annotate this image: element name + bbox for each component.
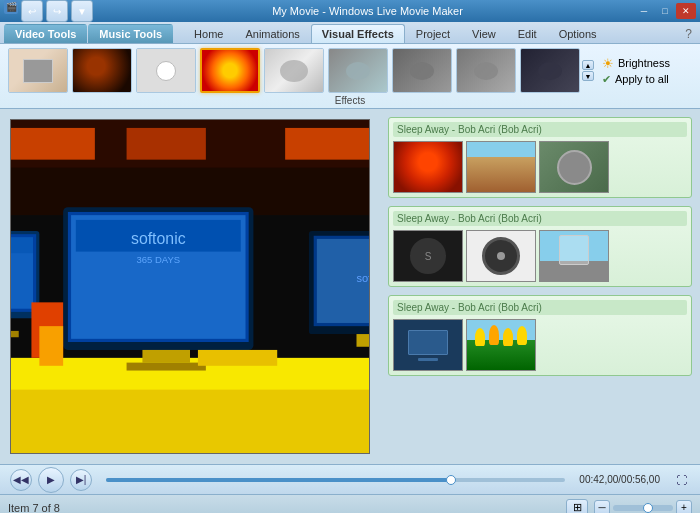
svg-rect-35 (39, 326, 63, 366)
effect-flower-selected[interactable] (200, 48, 260, 93)
seek-bar[interactable] (106, 478, 565, 482)
clip-thumbs-2: S (393, 230, 687, 282)
rewind-button[interactable]: ◀◀ (10, 469, 32, 491)
svg-rect-4 (127, 128, 206, 160)
maximize-button[interactable]: □ (655, 3, 675, 19)
status-bar: Item 7 of 8 ⊞ ─ + (0, 494, 700, 513)
clip-group-3: Sleep Away - Bob Acri (Bob Acri) (388, 295, 692, 376)
svg-rect-3 (11, 128, 95, 160)
effect-threshold[interactable] (136, 48, 196, 93)
clip-group-1-label: Sleep Away - Bob Acri (Bob Acri) (393, 122, 687, 137)
effect-warm[interactable] (72, 48, 132, 93)
tab-home[interactable]: Home (183, 24, 234, 43)
quick-access-icons: 🎬 ↩ ↪ ▼ (4, 0, 93, 22)
svg-text:365 DAYS: 365 DAYS (136, 254, 180, 265)
tab-video-tools[interactable]: Video Tools (4, 24, 87, 43)
timeline-view-button[interactable]: ⊞ (566, 499, 588, 514)
fullscreen-button[interactable]: ⛶ (672, 471, 690, 489)
status-right: ⊞ ─ + (566, 499, 692, 514)
apply-to-all-control[interactable]: ✔ Apply to all (602, 73, 670, 86)
effects-scroll-up[interactable]: ▲ (582, 60, 594, 70)
seek-progress (106, 478, 451, 482)
brightness-label: Brightness (618, 57, 670, 69)
help-button[interactable]: ? (681, 25, 696, 43)
next-frame-button[interactable]: ▶| (70, 469, 92, 491)
effects-section-label: Effects (8, 95, 692, 106)
zoom-slider[interactable] (613, 505, 673, 511)
zoom-slider-thumb[interactable] (643, 503, 653, 513)
clip-thumb-tulips[interactable] (466, 319, 536, 371)
zoom-in-button[interactable]: + (676, 500, 692, 514)
window-title: My Movie - Windows Live Movie Maker (101, 5, 634, 17)
brightness-icon: ☀ (602, 56, 614, 71)
clip-thumb-softonic[interactable]: S (393, 230, 463, 282)
svg-rect-7 (11, 390, 369, 453)
effect-original[interactable] (8, 48, 68, 93)
play-button[interactable]: ▶ (38, 467, 64, 493)
clip-thumb-flower[interactable] (393, 141, 463, 193)
tab-edit[interactable]: Edit (507, 24, 548, 43)
time-display: 00:42,00/00:56,00 (579, 474, 660, 485)
effect-cyan[interactable] (328, 48, 388, 93)
effects-controls: ☀ Brightness ✔ Apply to all (602, 56, 670, 86)
video-frame: softonic softonic 365 DAYS (11, 120, 369, 453)
brightness-control[interactable]: ☀ Brightness (602, 56, 670, 71)
svg-text:softonic: softonic (356, 272, 369, 284)
apply-all-icon: ✔ (602, 73, 611, 86)
seek-thumb[interactable] (446, 475, 456, 485)
clip-thumbs-1 (393, 141, 687, 193)
clip-group-3-label: Sleep Away - Bob Acri (Bob Acri) (393, 300, 687, 315)
tab-animations[interactable]: Animations (234, 24, 310, 43)
effect-gray2[interactable] (456, 48, 516, 93)
close-button[interactable]: ✕ (676, 3, 696, 19)
svg-rect-31 (198, 350, 277, 366)
effects-strip: ▲ ▼ ☀ Brightness ✔ Apply to all Effects (0, 44, 700, 109)
minimize-button[interactable]: ─ (634, 3, 654, 19)
qa-dropdown-button[interactable]: ▼ (71, 0, 93, 22)
tab-options[interactable]: Options (548, 24, 608, 43)
apply-all-label: Apply to all (615, 73, 669, 85)
svg-rect-15 (11, 331, 19, 337)
effects-scroll-arrows: ▲ ▼ (582, 60, 594, 81)
effect-blue-dark[interactable] (520, 48, 580, 93)
svg-rect-28 (357, 334, 370, 347)
clip-thumb-koala[interactable] (539, 141, 609, 193)
clip-thumb-window[interactable] (539, 230, 609, 282)
svg-rect-22 (142, 350, 190, 363)
clip-thumb-desert[interactable] (466, 141, 536, 193)
tab-music-tools[interactable]: Music Tools (88, 24, 173, 43)
effect-bw-soft[interactable] (264, 48, 324, 93)
status-text: Item 7 of 8 (8, 502, 566, 514)
redo-button[interactable]: ↪ (46, 0, 68, 22)
clip-group-2-label: Sleep Away - Bob Acri (Bob Acri) (393, 211, 687, 226)
svg-text:softonic: softonic (131, 230, 186, 247)
clip-thumb-vinyl[interactable] (466, 230, 536, 282)
tab-view[interactable]: View (461, 24, 507, 43)
effects-scroll-down[interactable]: ▼ (582, 71, 594, 81)
title-bar: 🎬 ↩ ↪ ▼ My Movie - Windows Live Movie Ma… (0, 0, 700, 22)
effect-gray1[interactable] (392, 48, 452, 93)
svg-rect-23 (127, 363, 206, 371)
ribbon-tabs: Video Tools Music Tools Home Animations … (0, 22, 700, 44)
zoom-out-button[interactable]: ─ (594, 500, 610, 514)
storyboard-area: Sleep Away - Bob Acri (Bob Acri) (380, 109, 700, 464)
clip-group-2: Sleep Away - Bob Acri (Bob Acri) S (388, 206, 692, 287)
svg-rect-5 (285, 128, 369, 160)
clip-thumbs-3 (393, 319, 687, 371)
clip-thumb-office[interactable] (393, 319, 463, 371)
video-preview-panel: softonic softonic 365 DAYS (0, 109, 380, 464)
effects-thumbnails (8, 48, 580, 93)
clip-group-1: Sleep Away - Bob Acri (Bob Acri) (388, 117, 692, 198)
svg-rect-13 (11, 237, 33, 253)
playback-bar: ◀◀ ▶ ▶| 00:42,00/00:56,00 ⛶ (0, 464, 700, 494)
window-controls: ─ □ ✕ (634, 3, 696, 19)
undo-button[interactable]: ↩ (21, 0, 43, 22)
tab-project[interactable]: Project (405, 24, 461, 43)
tab-visual-effects[interactable]: Visual Effects (311, 24, 405, 43)
app-icon: 🎬 (4, 0, 18, 14)
video-canvas: softonic softonic 365 DAYS (10, 119, 370, 454)
main-area: softonic softonic 365 DAYS (0, 109, 700, 464)
zoom-control: ─ + (594, 500, 692, 514)
